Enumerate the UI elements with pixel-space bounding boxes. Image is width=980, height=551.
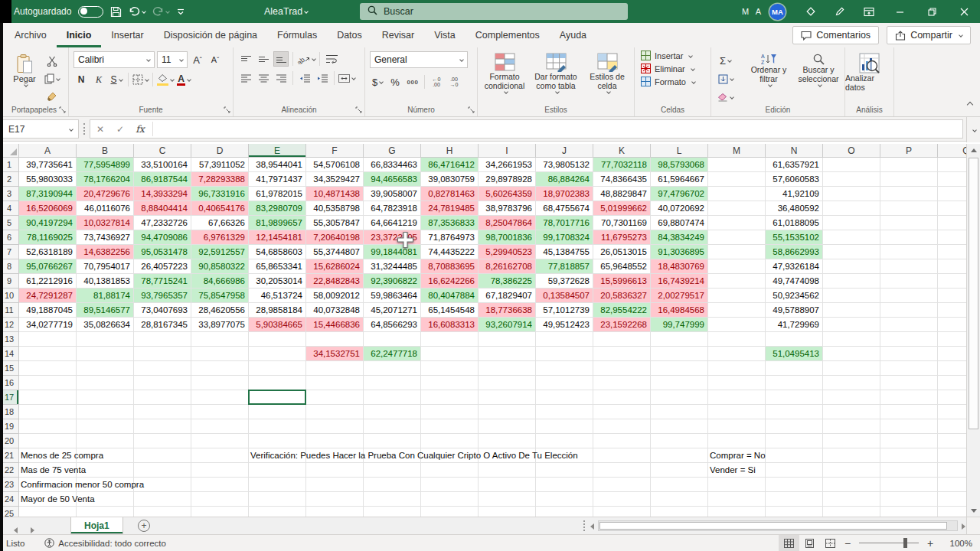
cell-E17[interactable]: [249, 390, 306, 405]
name-box[interactable]: E17: [2, 119, 79, 139]
cell-G10[interactable]: 59,9863464: [364, 289, 421, 303]
cell-H19[interactable]: [421, 419, 479, 434]
cell-Q11[interactable]: [938, 303, 966, 318]
cell-D16[interactable]: [191, 376, 249, 390]
cell-K9[interactable]: 15,5996613: [593, 274, 651, 289]
cell-G12[interactable]: 64,8566293: [364, 318, 421, 332]
cell-O11[interactable]: [823, 303, 880, 318]
cell-K10[interactable]: 20,5836327: [593, 289, 651, 303]
cell-I23[interactable]: [479, 478, 536, 492]
format-cells-button[interactable]: Formato: [641, 77, 704, 86]
cell-A14[interactable]: [19, 347, 77, 361]
cell-D24[interactable]: [191, 492, 249, 507]
cell-A3[interactable]: 87,3190944: [19, 187, 77, 201]
cell-N8[interactable]: 47,9326184: [766, 259, 823, 274]
cell-N7[interactable]: 58,8662993: [766, 245, 823, 259]
cell-D20[interactable]: [191, 434, 249, 448]
avatar[interactable]: MA: [769, 4, 786, 20]
cell-D1[interactable]: 57,3911052: [191, 158, 249, 172]
cell-J19[interactable]: [536, 419, 593, 434]
share-button[interactable]: Compartir: [887, 26, 971, 44]
cell-C4[interactable]: 8,88404414: [134, 201, 191, 216]
cell-B5[interactable]: 10,0327814: [77, 216, 134, 230]
cell-D7[interactable]: 92,5912557: [191, 245, 249, 259]
align-center-button[interactable]: [256, 70, 271, 86]
cell-Q18[interactable]: [938, 405, 966, 419]
cell-N16[interactable]: [766, 376, 823, 390]
fill-color-button[interactable]: [157, 72, 174, 87]
cell-F22[interactable]: [306, 463, 364, 478]
cell-H16[interactable]: [421, 376, 479, 390]
cell-L1[interactable]: 98,5793068: [651, 158, 708, 172]
cell-P10[interactable]: [880, 289, 938, 303]
cell-N25[interactable]: [766, 507, 823, 517]
cell-H8[interactable]: 8,70883695: [421, 259, 479, 274]
cell-O24[interactable]: [823, 492, 880, 507]
cell-G2[interactable]: 94,4656583: [364, 172, 421, 187]
sheet-tab-hoja1[interactable]: Hoja1: [70, 517, 123, 534]
cell-B10[interactable]: 81,88174: [77, 289, 134, 303]
cell-Q1[interactable]: [938, 158, 966, 172]
cell-P15[interactable]: [880, 361, 938, 376]
cell-I11[interactable]: 18,7736638: [479, 303, 536, 318]
align-middle-button[interactable]: [256, 51, 271, 67]
cell-N18[interactable]: [766, 405, 823, 419]
cell-H23[interactable]: [421, 478, 479, 492]
cell-O4[interactable]: [823, 201, 880, 216]
font-size-select[interactable]: 11: [157, 51, 188, 68]
cell-M19[interactable]: [708, 419, 766, 434]
cell-P1[interactable]: [880, 158, 938, 172]
cell-F12[interactable]: 15,4466836: [306, 318, 364, 332]
cell-A4[interactable]: 16,5206069: [19, 201, 77, 216]
cell-O8[interactable]: [823, 259, 880, 274]
cell-O13[interactable]: [823, 332, 880, 347]
cell-H5[interactable]: 87,3536833: [421, 216, 479, 230]
cell-F5[interactable]: 55,3057847: [306, 216, 364, 230]
cell-F10[interactable]: 58,0092012: [306, 289, 364, 303]
cell-P3[interactable]: [880, 187, 938, 201]
cell-N14[interactable]: 51,0495413: [766, 347, 823, 361]
cell-J22[interactable]: [536, 463, 593, 478]
cell-J4[interactable]: 68,4755674: [536, 201, 593, 216]
insert-function-icon[interactable]: fx: [130, 123, 150, 135]
cell-C13[interactable]: [134, 332, 191, 347]
cell-E19[interactable]: [249, 419, 306, 434]
view-page-layout-button[interactable]: [799, 535, 820, 551]
cell-P13[interactable]: [880, 332, 938, 347]
cell-C25[interactable]: [134, 507, 191, 517]
cell-E5[interactable]: 81,9899657: [249, 216, 306, 230]
cell-A2[interactable]: 55,9803033: [19, 172, 77, 187]
view-page-break-button[interactable]: [820, 535, 841, 551]
cell-P4[interactable]: [880, 201, 938, 216]
cell-J9[interactable]: 59,372628: [536, 274, 593, 289]
cell-F11[interactable]: 40,0732848: [306, 303, 364, 318]
cell-L16[interactable]: [651, 376, 708, 390]
cell-K5[interactable]: 70,7301169: [593, 216, 651, 230]
cell-M13[interactable]: [708, 332, 766, 347]
cell-K18[interactable]: [593, 405, 651, 419]
merge-center-button[interactable]: [338, 70, 355, 86]
col-header-O[interactable]: O: [823, 144, 880, 158]
cell-O6[interactable]: [823, 230, 880, 245]
cell-J16[interactable]: [536, 376, 593, 390]
cell-E6[interactable]: 12,1454181: [249, 230, 306, 245]
cell-L4[interactable]: 40,0720692: [651, 201, 708, 216]
cell-D19[interactable]: [191, 419, 249, 434]
cell-K3[interactable]: 48,8829847: [593, 187, 651, 201]
cell-N20[interactable]: [766, 434, 823, 448]
cell-D8[interactable]: 90,8580322: [191, 259, 249, 274]
cell-D3[interactable]: 96,7331916: [191, 187, 249, 201]
undo-icon[interactable]: [129, 0, 145, 23]
cell-I2[interactable]: 29,8978928: [479, 172, 536, 187]
cell-B20[interactable]: [77, 434, 134, 448]
cell-D15[interactable]: [191, 361, 249, 376]
cell-J24[interactable]: [536, 492, 593, 507]
cell-A7[interactable]: 52,6318189: [19, 245, 77, 259]
cell-H25[interactable]: [421, 507, 479, 517]
cell-B18[interactable]: [77, 405, 134, 419]
cell-L18[interactable]: [651, 405, 708, 419]
cell-B8[interactable]: 70,7954017: [77, 259, 134, 274]
cell-A23[interactable]: Confirmacion menor 50 compra: [19, 478, 77, 492]
cell-E15[interactable]: [249, 361, 306, 376]
cell-A19[interactable]: [19, 419, 77, 434]
